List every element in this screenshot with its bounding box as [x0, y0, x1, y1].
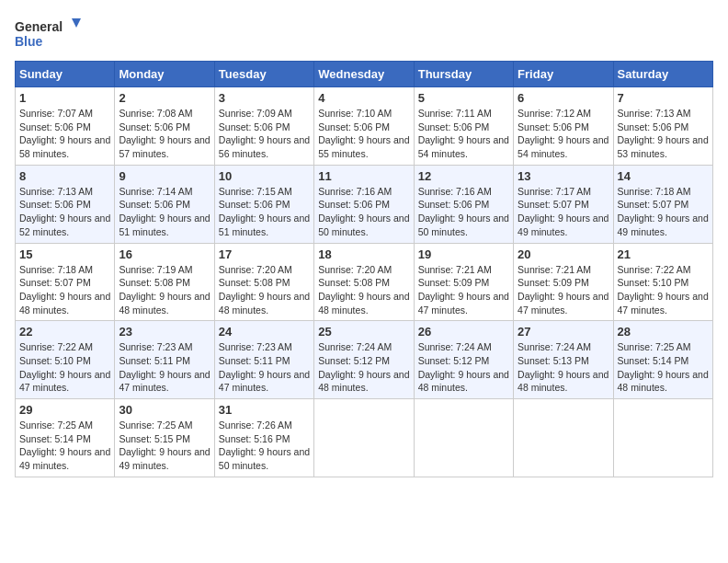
- day-number: 23: [119, 325, 210, 339]
- calendar-cell: 6Sunrise: 7:12 AM Sunset: 5:06 PM Daylig…: [514, 87, 613, 166]
- calendar-cell: 18Sunrise: 7:20 AM Sunset: 5:08 PM Dayli…: [314, 243, 414, 321]
- calendar-cell: 16Sunrise: 7:19 AM Sunset: 5:08 PM Dayli…: [115, 243, 214, 321]
- day-number: 26: [418, 325, 509, 339]
- day-number: 7: [618, 91, 709, 105]
- day-number: 18: [318, 247, 409, 261]
- day-detail: Sunrise: 7:08 AM Sunset: 5:06 PM Dayligh…: [119, 107, 210, 161]
- day-number: 15: [19, 247, 110, 261]
- day-detail: Sunrise: 7:20 AM Sunset: 5:08 PM Dayligh…: [318, 263, 409, 317]
- day-number: 1: [19, 91, 110, 105]
- day-detail: Sunrise: 7:15 AM Sunset: 5:06 PM Dayligh…: [219, 185, 310, 239]
- day-detail: Sunrise: 7:22 AM Sunset: 5:10 PM Dayligh…: [19, 340, 110, 395]
- day-detail: Sunrise: 7:12 AM Sunset: 5:06 PM Dayligh…: [518, 107, 609, 161]
- day-number: 24: [219, 325, 310, 339]
- weekday-header-sunday: Sunday: [16, 62, 115, 87]
- day-number: 3: [219, 91, 310, 105]
- calendar-cell: 9Sunrise: 7:14 AM Sunset: 5:06 PM Daylig…: [115, 165, 214, 243]
- header: GeneralBlue: [15, 15, 713, 52]
- calendar-cell: 30Sunrise: 7:25 AM Sunset: 5:15 PM Dayli…: [115, 399, 214, 477]
- day-number: 27: [518, 325, 609, 339]
- calendar-week-row: 29Sunrise: 7:25 AM Sunset: 5:14 PM Dayli…: [16, 399, 713, 477]
- weekday-header-monday: Monday: [115, 62, 214, 87]
- day-detail: Sunrise: 7:10 AM Sunset: 5:06 PM Dayligh…: [318, 107, 409, 161]
- day-number: 4: [318, 91, 409, 105]
- day-number: 29: [19, 403, 110, 417]
- calendar-cell: 13Sunrise: 7:17 AM Sunset: 5:07 PM Dayli…: [514, 165, 613, 243]
- calendar-cell: 12Sunrise: 7:16 AM Sunset: 5:06 PM Dayli…: [414, 165, 513, 243]
- day-detail: Sunrise: 7:13 AM Sunset: 5:06 PM Dayligh…: [19, 185, 110, 239]
- day-number: 13: [518, 169, 609, 183]
- day-number: 16: [119, 247, 210, 261]
- day-detail: Sunrise: 7:18 AM Sunset: 5:07 PM Dayligh…: [618, 185, 709, 239]
- day-detail: Sunrise: 7:25 AM Sunset: 5:14 PM Dayligh…: [19, 419, 110, 473]
- calendar-cell: 15Sunrise: 7:18 AM Sunset: 5:07 PM Dayli…: [16, 243, 115, 321]
- calendar-cell: 8Sunrise: 7:13 AM Sunset: 5:06 PM Daylig…: [16, 165, 115, 243]
- svg-text:General: General: [15, 19, 63, 34]
- day-detail: Sunrise: 7:21 AM Sunset: 5:09 PM Dayligh…: [418, 263, 509, 317]
- calendar-table: SundayMondayTuesdayWednesdayThursdayFrid…: [15, 61, 713, 477]
- day-number: 28: [618, 325, 709, 339]
- calendar-cell: 20Sunrise: 7:21 AM Sunset: 5:09 PM Dayli…: [514, 243, 613, 321]
- day-number: 2: [119, 91, 210, 105]
- day-number: 17: [219, 247, 310, 261]
- calendar-cell: 26Sunrise: 7:24 AM Sunset: 5:12 PM Dayli…: [414, 321, 513, 399]
- day-detail: Sunrise: 7:07 AM Sunset: 5:06 PM Dayligh…: [19, 107, 110, 161]
- calendar-cell: 28Sunrise: 7:25 AM Sunset: 5:14 PM Dayli…: [613, 321, 712, 399]
- calendar-cell: 7Sunrise: 7:13 AM Sunset: 5:06 PM Daylig…: [613, 87, 712, 166]
- day-detail: Sunrise: 7:20 AM Sunset: 5:08 PM Dayligh…: [219, 263, 310, 317]
- calendar-cell: 3Sunrise: 7:09 AM Sunset: 5:06 PM Daylig…: [214, 87, 313, 166]
- day-detail: Sunrise: 7:25 AM Sunset: 5:14 PM Dayligh…: [618, 340, 709, 395]
- calendar-cell: 4Sunrise: 7:10 AM Sunset: 5:06 PM Daylig…: [314, 87, 414, 166]
- calendar-week-row: 15Sunrise: 7:18 AM Sunset: 5:07 PM Dayli…: [16, 243, 713, 321]
- weekday-header-saturday: Saturday: [613, 62, 712, 87]
- day-number: 9: [119, 169, 210, 183]
- day-detail: Sunrise: 7:23 AM Sunset: 5:11 PM Dayligh…: [219, 340, 310, 395]
- day-number: 5: [418, 91, 509, 105]
- calendar-cell: [514, 399, 613, 477]
- calendar-cell: 21Sunrise: 7:22 AM Sunset: 5:10 PM Dayli…: [613, 243, 712, 321]
- day-number: 22: [19, 325, 110, 339]
- weekday-header-friday: Friday: [514, 62, 613, 87]
- day-number: 8: [19, 169, 110, 183]
- day-detail: Sunrise: 7:24 AM Sunset: 5:13 PM Dayligh…: [518, 340, 609, 395]
- day-number: 14: [618, 169, 709, 183]
- calendar-cell: 22Sunrise: 7:22 AM Sunset: 5:10 PM Dayli…: [16, 321, 115, 399]
- calendar-cell: 17Sunrise: 7:20 AM Sunset: 5:08 PM Dayli…: [214, 243, 313, 321]
- svg-marker-2: [72, 18, 81, 28]
- calendar-cell: 29Sunrise: 7:25 AM Sunset: 5:14 PM Dayli…: [16, 399, 115, 477]
- calendar-cell: 24Sunrise: 7:23 AM Sunset: 5:11 PM Dayli…: [214, 321, 313, 399]
- calendar-cell: 10Sunrise: 7:15 AM Sunset: 5:06 PM Dayli…: [214, 165, 313, 243]
- calendar-cell: 31Sunrise: 7:26 AM Sunset: 5:16 PM Dayli…: [214, 399, 313, 477]
- day-detail: Sunrise: 7:16 AM Sunset: 5:06 PM Dayligh…: [318, 185, 409, 239]
- logo-svg: GeneralBlue: [15, 15, 88, 52]
- day-detail: Sunrise: 7:22 AM Sunset: 5:10 PM Dayligh…: [618, 263, 709, 317]
- day-number: 12: [418, 169, 509, 183]
- day-detail: Sunrise: 7:19 AM Sunset: 5:08 PM Dayligh…: [119, 263, 210, 317]
- day-number: 19: [418, 247, 509, 261]
- weekday-header-thursday: Thursday: [414, 62, 513, 87]
- calendar-cell: 23Sunrise: 7:23 AM Sunset: 5:11 PM Dayli…: [115, 321, 214, 399]
- calendar-week-row: 8Sunrise: 7:13 AM Sunset: 5:06 PM Daylig…: [16, 165, 713, 243]
- weekday-header-tuesday: Tuesday: [214, 62, 313, 87]
- logo: GeneralBlue: [15, 15, 88, 52]
- day-detail: Sunrise: 7:13 AM Sunset: 5:06 PM Dayligh…: [618, 107, 709, 161]
- svg-text:Blue: Blue: [15, 34, 43, 49]
- calendar-cell: 25Sunrise: 7:24 AM Sunset: 5:12 PM Dayli…: [314, 321, 414, 399]
- calendar-cell: 2Sunrise: 7:08 AM Sunset: 5:06 PM Daylig…: [115, 87, 214, 166]
- weekday-header-wednesday: Wednesday: [314, 62, 414, 87]
- calendar-cell: 14Sunrise: 7:18 AM Sunset: 5:07 PM Dayli…: [613, 165, 712, 243]
- day-number: 6: [518, 91, 609, 105]
- day-detail: Sunrise: 7:26 AM Sunset: 5:16 PM Dayligh…: [219, 419, 310, 473]
- day-detail: Sunrise: 7:25 AM Sunset: 5:15 PM Dayligh…: [119, 419, 210, 473]
- day-number: 20: [518, 247, 609, 261]
- weekday-header-row: SundayMondayTuesdayWednesdayThursdayFrid…: [16, 62, 713, 87]
- day-detail: Sunrise: 7:21 AM Sunset: 5:09 PM Dayligh…: [518, 263, 609, 317]
- calendar-cell: [613, 399, 712, 477]
- calendar-cell: 19Sunrise: 7:21 AM Sunset: 5:09 PM Dayli…: [414, 243, 513, 321]
- day-detail: Sunrise: 7:09 AM Sunset: 5:06 PM Dayligh…: [219, 107, 310, 161]
- calendar-week-row: 1Sunrise: 7:07 AM Sunset: 5:06 PM Daylig…: [16, 87, 713, 166]
- calendar-cell: [414, 399, 513, 477]
- day-detail: Sunrise: 7:11 AM Sunset: 5:06 PM Dayligh…: [418, 107, 509, 161]
- day-detail: Sunrise: 7:17 AM Sunset: 5:07 PM Dayligh…: [518, 185, 609, 239]
- day-number: 25: [318, 325, 409, 339]
